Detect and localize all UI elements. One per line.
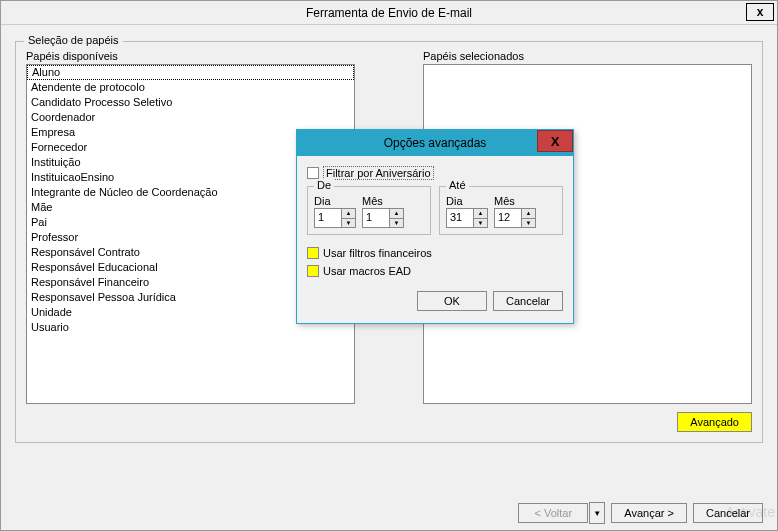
list-item[interactable]: Atendente de protocolo bbox=[27, 80, 354, 95]
list-item[interactable]: Coordenador bbox=[27, 110, 354, 125]
advanced-button[interactable]: Avançado bbox=[677, 412, 752, 432]
back-dropdown-button[interactable]: ▼ bbox=[589, 502, 605, 524]
spin-down-icon[interactable]: ▼ bbox=[342, 219, 355, 228]
titlebar: Ferramenta de Envio de E-mail x bbox=[1, 1, 777, 25]
to-month-label: Mês bbox=[494, 195, 536, 207]
close-icon: X bbox=[551, 134, 560, 149]
spin-up-icon[interactable]: ▲ bbox=[522, 209, 535, 219]
spin-up-icon[interactable]: ▲ bbox=[474, 209, 487, 219]
filter-birthday-checkbox[interactable] bbox=[307, 167, 319, 179]
window-title: Ferramenta de Envio de E-mail bbox=[306, 6, 472, 20]
main-window: Ferramenta de Envio de E-mail x Seleção … bbox=[0, 0, 778, 531]
from-group: De Dia 1 ▲ ▼ bbox=[307, 186, 431, 235]
back-button[interactable]: < Voltar bbox=[518, 503, 588, 523]
macros-ead-label: Usar macros EAD bbox=[323, 265, 411, 277]
from-month-value: 1 bbox=[363, 209, 389, 227]
dialog-titlebar: Opções avançadas X bbox=[297, 130, 573, 156]
to-legend: Até bbox=[446, 179, 469, 191]
close-icon: x bbox=[757, 5, 764, 19]
from-day-field: Dia 1 ▲ ▼ bbox=[314, 195, 356, 228]
dialog-body: Filtrar por Aniversário De Dia 1 ▲ ▼ bbox=[297, 156, 573, 323]
filter-birthday-row: Filtrar por Aniversário bbox=[307, 166, 563, 180]
selected-label: Papéis selecionados bbox=[423, 50, 752, 62]
spin-up-icon[interactable]: ▲ bbox=[390, 209, 403, 219]
from-month-label: Mês bbox=[362, 195, 404, 207]
dialog-ok-button[interactable]: OK bbox=[417, 291, 487, 311]
date-groups: De Dia 1 ▲ ▼ bbox=[307, 186, 563, 235]
to-group: Até Dia 31 ▲ ▼ bbox=[439, 186, 563, 235]
dialog-buttons: OK Cancelar bbox=[307, 291, 563, 311]
next-button[interactable]: Avançar > bbox=[611, 503, 687, 523]
spin-down-icon[interactable]: ▼ bbox=[522, 219, 535, 228]
to-month-field: Mês 12 ▲ ▼ bbox=[494, 195, 536, 228]
cancel-button[interactable]: Cancelar bbox=[693, 503, 763, 523]
to-day-field: Dia 31 ▲ ▼ bbox=[446, 195, 488, 228]
from-day-value: 1 bbox=[315, 209, 341, 227]
to-day-value: 31 bbox=[447, 209, 473, 227]
macros-ead-checkbox[interactable] bbox=[307, 265, 319, 277]
list-item[interactable]: Candidato Processo Seletivo bbox=[27, 95, 354, 110]
chevron-down-icon: ▼ bbox=[593, 509, 601, 518]
window-close-button[interactable]: x bbox=[746, 3, 774, 21]
spin-down-icon[interactable]: ▼ bbox=[390, 219, 403, 228]
list-item[interactable]: Aluno bbox=[27, 65, 354, 80]
from-month-spinner[interactable]: 1 ▲ ▼ bbox=[362, 208, 404, 228]
macros-ead-row: Usar macros EAD bbox=[307, 265, 563, 277]
from-day-label: Dia bbox=[314, 195, 356, 207]
to-day-spinner[interactable]: 31 ▲ ▼ bbox=[446, 208, 488, 228]
wizard-buttons: < Voltar ▼ Avançar > Cancelar bbox=[518, 502, 763, 524]
to-day-label: Dia bbox=[446, 195, 488, 207]
to-month-spinner[interactable]: 12 ▲ ▼ bbox=[494, 208, 536, 228]
advanced-row: Avançado bbox=[26, 412, 752, 432]
available-label: Papéis disponíveis bbox=[26, 50, 355, 62]
dialog-title: Opções avançadas bbox=[384, 136, 487, 150]
to-month-value: 12 bbox=[495, 209, 521, 227]
filter-birthday-label: Filtrar por Aniversário bbox=[323, 166, 434, 180]
from-month-field: Mês 1 ▲ ▼ bbox=[362, 195, 404, 228]
from-day-spinner[interactable]: 1 ▲ ▼ bbox=[314, 208, 356, 228]
roles-legend: Seleção de papéis bbox=[24, 34, 123, 46]
dialog-close-button[interactable]: X bbox=[537, 130, 573, 152]
financial-filter-label: Usar filtros financeiros bbox=[323, 247, 432, 259]
spin-up-icon[interactable]: ▲ bbox=[342, 209, 355, 219]
financial-filter-checkbox[interactable] bbox=[307, 247, 319, 259]
advanced-options-dialog: Opções avançadas X Filtrar por Aniversár… bbox=[296, 129, 574, 324]
from-legend: De bbox=[314, 179, 334, 191]
spin-down-icon[interactable]: ▼ bbox=[474, 219, 487, 228]
dialog-cancel-button[interactable]: Cancelar bbox=[493, 291, 563, 311]
financial-filter-row: Usar filtros financeiros bbox=[307, 247, 563, 259]
